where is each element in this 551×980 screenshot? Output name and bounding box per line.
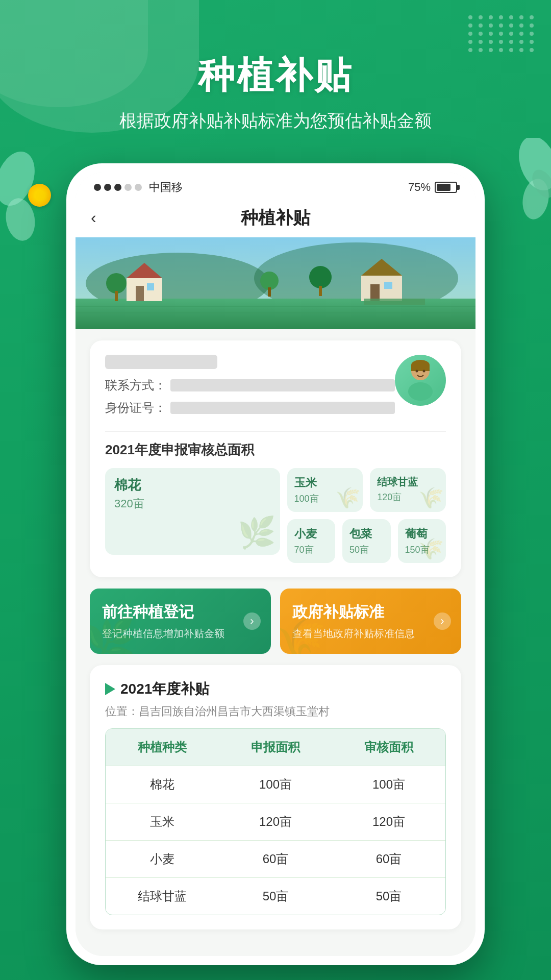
- col-header-approved: 审核面积: [332, 729, 445, 766]
- battery-percentage: 75%: [408, 181, 431, 194]
- back-button[interactable]: ‹: [91, 208, 96, 227]
- cell-wheat-name: 小麦: [106, 841, 219, 877]
- cell-corn-name: 玉米: [106, 803, 219, 840]
- crop-grid: 棉花 320亩 🌿 玉米 100亩: [105, 468, 446, 563]
- triangle-icon: [105, 683, 115, 695]
- table-row-cotton: 棉花 100亩 100亩: [106, 766, 445, 803]
- svg-point-30: [416, 370, 418, 373]
- battery-fill: [437, 184, 450, 191]
- battery-area: 75%: [408, 181, 457, 194]
- crop-row-bottom: 小麦 70亩 包菜 50亩 葡萄 150亩: [287, 519, 446, 563]
- register-arrow: ›: [243, 612, 261, 630]
- subsidy-header: 2021年度补贴: [105, 679, 446, 699]
- farm-scene-svg: [76, 237, 475, 329]
- deco-leaves-right: [508, 138, 551, 230]
- status-bar: 中国移 75%: [76, 173, 475, 200]
- cell-cotton-approved: 100亩: [332, 766, 445, 803]
- signal-dot-4: [124, 184, 132, 191]
- cell-cotton-reported: 100亩: [219, 766, 332, 803]
- svg-rect-14: [147, 283, 154, 290]
- deco-flower: [28, 184, 51, 207]
- crop-card-wheat: 小麦 70亩: [287, 519, 335, 563]
- crop-area-wheat: 70亩: [294, 544, 328, 556]
- contact-field: 联系方式：: [105, 377, 395, 394]
- svg-rect-20: [115, 291, 118, 301]
- svg-rect-25: [364, 299, 425, 305]
- phone-frame: 中国移 75% ‹ 种植补贴: [66, 163, 485, 965]
- avatar-svg: [403, 360, 438, 401]
- location-label: 位置：: [105, 705, 139, 718]
- title-section: 种植补贴 根据政府补贴补贴标准为您预估补贴金额: [0, 0, 551, 133]
- svg-rect-11: [127, 278, 162, 301]
- cell-corn-approved: 120亩: [332, 803, 445, 840]
- hero-image: [76, 237, 475, 329]
- user-name-blur: [105, 355, 217, 369]
- col-header-reported: 申报面积: [219, 729, 332, 766]
- crops-section-title: 2021年度申报审核总面积: [105, 441, 446, 459]
- crop-card-corn: 玉米 100亩 🌾: [287, 468, 363, 512]
- crop-name-wheat: 小麦: [294, 526, 328, 542]
- svg-rect-18: [384, 282, 392, 289]
- svg-point-23: [309, 266, 332, 288]
- content-area: 联系方式： 身份证号：: [76, 340, 475, 956]
- register-button[interactable]: 🌿 前往种植登记 登记种植信息增加补贴金额 ›: [90, 589, 271, 654]
- crop-area-pakchoi: 50亩: [349, 544, 383, 556]
- phone-screen: 中国移 75% ‹ 种植补贴: [76, 173, 475, 956]
- cell-cotton-name: 棉花: [106, 766, 219, 803]
- svg-point-19: [106, 273, 127, 293]
- cell-wheat-approved: 60亩: [332, 841, 445, 877]
- svg-point-21: [260, 272, 279, 290]
- crop-icon-corn: 🌾: [335, 486, 361, 510]
- table-row-wheat: 小麦 60亩 60亩: [106, 840, 445, 877]
- crop-icon-cabbage: 🌾: [418, 486, 444, 510]
- crop-name-pakchoi: 包菜: [349, 526, 383, 542]
- crop-col-right: 玉米 100亩 🌾 结球甘蓝 120亩 🌾: [287, 468, 446, 563]
- battery-icon: [435, 182, 457, 193]
- cell-cabbage-name: 结球甘蓝: [106, 878, 219, 915]
- register-deco: 🌿: [90, 616, 136, 654]
- policy-arrow: ›: [434, 612, 451, 630]
- crop-col-left: 棉花 320亩 🌿: [105, 468, 280, 563]
- user-info-row: 联系方式： 身份证号：: [105, 355, 446, 422]
- svg-rect-24: [319, 286, 322, 296]
- table-header: 种植种类 申报面积 审核面积: [106, 729, 445, 766]
- crop-name-cotton: 棉花: [114, 476, 271, 494]
- cell-cabbage-approved: 50亩: [332, 878, 445, 915]
- action-row: 🌿 前往种植登记 登记种植信息增加补贴金额 › 🌾 政府补贴标准 查看当地政府补…: [90, 589, 461, 654]
- svg-rect-13: [136, 286, 144, 301]
- cell-wheat-reported: 60亩: [219, 841, 332, 877]
- carrier-text: 中国移: [149, 180, 183, 195]
- location-value: 昌吉回族自治州昌吉市大西渠镇玉堂村: [139, 705, 330, 718]
- phone-wrapper: 中国移 75% ‹ 种植补贴: [66, 163, 485, 965]
- user-details: 联系方式： 身份证号：: [105, 355, 395, 422]
- crop-card-grape: 葡萄 150亩 🌾: [398, 519, 446, 563]
- crop-card-cabbage: 结球甘蓝 120亩 🌾: [370, 468, 446, 512]
- id-field: 身份证号：: [105, 400, 395, 416]
- svg-rect-22: [268, 287, 271, 297]
- crop-icon-grape: 🌾: [418, 537, 444, 561]
- col-header-crop: 种植种类: [106, 729, 219, 766]
- sub-title: 根据政府补贴补贴标准为您预估补贴金额: [0, 109, 551, 133]
- id-blur: [170, 402, 395, 414]
- background: 种植补贴 根据政府补贴补贴标准为您预估补贴金额 中国移 75%: [0, 0, 551, 980]
- policy-deco: 🌾: [280, 616, 326, 654]
- crop-row-top: 玉米 100亩 🌾 结球甘蓝 120亩 🌾: [287, 468, 446, 512]
- signal-dot-5: [135, 184, 142, 191]
- policy-button[interactable]: 🌾 政府补贴标准 查看当地政府补贴标准信息 ›: [280, 589, 461, 654]
- cell-cabbage-reported: 50亩: [219, 878, 332, 915]
- user-info-card: 联系方式： 身份证号：: [90, 340, 461, 577]
- table-row-corn: 玉米 120亩 120亩: [106, 803, 445, 840]
- id-label: 身份证号：: [105, 400, 166, 416]
- svg-point-29: [408, 382, 433, 401]
- contact-blur: [170, 379, 395, 391]
- svg-rect-28: [411, 365, 430, 371]
- signal-area: 中国移: [94, 180, 183, 195]
- cell-corn-reported: 120亩: [219, 803, 332, 840]
- crop-icon-cotton: 🌿: [238, 514, 276, 551]
- subsidy-table: 种植种类 申报面积 审核面积 棉花 100亩 100亩 玉米: [105, 728, 446, 915]
- contact-label: 联系方式：: [105, 377, 166, 394]
- nav-title: 种植补贴: [241, 206, 310, 230]
- signal-dot-2: [104, 184, 111, 191]
- crop-card-pakchoi: 包菜 50亩: [342, 519, 390, 563]
- divider-1: [105, 431, 446, 432]
